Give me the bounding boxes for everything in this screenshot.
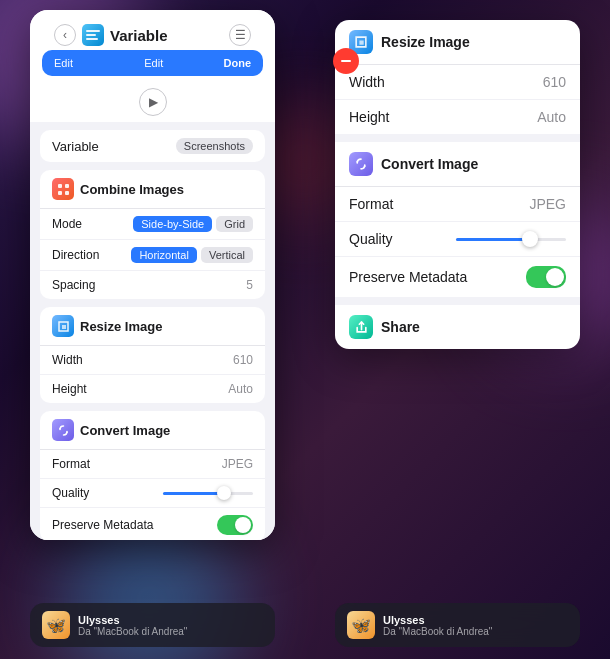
convert-svg-icon (57, 424, 70, 437)
right-panel: Resize Image Width 610 Height Auto (305, 0, 610, 659)
breadcrumb-done[interactable]: Done (224, 57, 252, 69)
zoomed-width-row: Width 610 (335, 65, 580, 100)
svg-rect-4 (58, 184, 62, 188)
workflow-title: Variable (110, 27, 168, 44)
side-by-side-btn[interactable]: Side-by-Side (133, 216, 212, 232)
direction-row: Direction Horizontal Vertical (40, 240, 265, 271)
svg-rect-3 (86, 38, 98, 40)
width-label: Width (52, 353, 83, 367)
zoomed-app-card[interactable]: Resize Image Width 610 Height Auto (335, 20, 580, 349)
convert-image-title: Convert Image (80, 423, 170, 438)
combine-images-header: Combine Images (40, 170, 265, 209)
zoomed-convert-icon (349, 152, 373, 176)
svg-rect-7 (65, 191, 69, 195)
workflow-app-card[interactable]: ‹ Variable (30, 10, 275, 540)
close-app-button[interactable] (333, 48, 359, 74)
format-value: JPEG (222, 457, 253, 471)
zoomed-share-label: Share (381, 319, 420, 335)
zoomed-height-row: Height Auto (335, 100, 580, 134)
workflow-app-icon (82, 24, 104, 46)
preserve-metadata-label: Preserve Metadata (52, 518, 153, 532)
quality-slider[interactable] (163, 492, 253, 495)
zoomed-convert-header: Convert Image (335, 142, 580, 187)
zoomed-height-label: Height (349, 109, 389, 125)
zoomed-quality-slider[interactable] (456, 238, 566, 241)
toggle-knob (235, 517, 251, 533)
format-label: Format (52, 457, 90, 471)
quality-slider-fill (163, 492, 222, 495)
zoomed-preserve-row: Preserve Metadata (335, 257, 580, 297)
zoomed-format-value: JPEG (529, 196, 566, 212)
menu-button[interactable]: ☰ (229, 24, 251, 46)
convert-image-header: Convert Image (40, 411, 265, 450)
play-icon: ▶ (149, 95, 158, 109)
spacing-row: Spacing 5 (40, 271, 265, 299)
height-row: Height Auto (40, 375, 265, 403)
convert-icon (52, 419, 74, 441)
preserve-metadata-row: Preserve Metadata (40, 508, 265, 540)
convert-image-section: Convert Image Format JPEG Quality (40, 411, 265, 540)
ulysses-icon-right: 🦋 (347, 611, 375, 639)
screenshots-badge: Screenshots (176, 138, 253, 154)
ulysses-subtitle: Da "MacBook di Andrea" (78, 626, 187, 637)
zoomed-format-row: Format JPEG (335, 187, 580, 222)
resize-svg-icon (57, 320, 70, 333)
resize-image-header: Resize Image (40, 307, 265, 346)
zoomed-convert-title: Convert Image (381, 156, 478, 172)
mode-segment[interactable]: Side-by-Side Grid (133, 216, 253, 232)
breadcrumb[interactable]: Edit Edit Done (42, 50, 263, 76)
resize-icon (52, 315, 74, 337)
combine-images-section: Combine Images Mode Side-by-Side Grid Di… (40, 170, 265, 299)
right-dock[interactable]: 🦋 Ulysses Da "MacBook di Andrea" (335, 603, 580, 647)
direction-segment[interactable]: Horizontal Vertical (131, 247, 253, 263)
quality-row: Quality (40, 479, 265, 508)
zoomed-preserve-label: Preserve Metadata (349, 269, 467, 285)
quality-label: Quality (52, 486, 89, 500)
direction-label: Direction (52, 248, 99, 262)
horizontal-btn[interactable]: Horizontal (131, 247, 197, 263)
workflow-header: ‹ Variable (30, 10, 275, 122)
ulysses-icon: 🦋 (42, 611, 70, 639)
zoomed-share-svg (355, 321, 368, 334)
combine-icon (52, 178, 74, 200)
grid-btn[interactable]: Grid (216, 216, 253, 232)
resize-image-title: Resize Image (80, 319, 162, 334)
variable-label: Variable (52, 139, 99, 154)
zoomed-quality-label: Quality (349, 231, 393, 247)
svg-rect-5 (65, 184, 69, 188)
vertical-btn[interactable]: Vertical (201, 247, 253, 263)
width-value: 610 (233, 353, 253, 367)
zoomed-divider (335, 134, 580, 142)
play-button[interactable]: ▶ (139, 88, 167, 116)
quality-slider-thumb (217, 486, 231, 500)
zoomed-resize-svg (354, 35, 368, 49)
zoomed-share-row[interactable]: Share (335, 305, 580, 349)
zoomed-share-icon (349, 315, 373, 339)
zoomed-preserve-toggle[interactable] (526, 266, 566, 288)
dock-text-right: Ulysses Da "MacBook di Andrea" (383, 614, 492, 637)
back-button[interactable]: ‹ (54, 24, 76, 46)
combine-images-title: Combine Images (80, 182, 184, 197)
zoomed-width-label: Width (349, 74, 385, 90)
play-button-row: ▶ (42, 84, 263, 122)
breadcrumb-title: Edit (88, 57, 220, 69)
zoomed-format-label: Format (349, 196, 393, 212)
ulysses-subtitle-right: Da "MacBook di Andrea" (383, 626, 492, 637)
height-value: Auto (228, 382, 253, 396)
spacing-label: Spacing (52, 278, 95, 292)
preserve-metadata-toggle[interactable] (217, 515, 253, 535)
zoomed-divider-2 (335, 297, 580, 305)
zoomed-convert-section: Convert Image Format JPEG Quality Preser… (335, 142, 580, 297)
workflow-title-row: ‹ Variable (42, 18, 263, 50)
height-label: Height (52, 382, 87, 396)
resize-image-section: Resize Image Width 610 Height Auto (40, 307, 265, 403)
ulysses-name-right: Ulysses (383, 614, 492, 626)
variable-row: Variable Screenshots (40, 130, 265, 162)
svg-rect-2 (86, 34, 96, 36)
breadcrumb-edit: Edit (54, 57, 84, 69)
svg-rect-6 (58, 191, 62, 195)
svg-rect-1 (86, 30, 100, 32)
zoomed-width-value: 610 (543, 74, 566, 90)
left-dock[interactable]: 🦋 Ulysses Da "MacBook di Andrea" (30, 603, 275, 647)
zoomed-resize-title: Resize Image (381, 34, 470, 50)
